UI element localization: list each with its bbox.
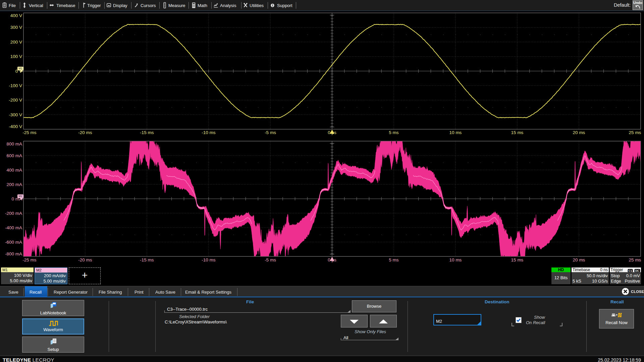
svg-text:M2: M2	[18, 195, 22, 198]
svg-text:300 V: 300 V	[10, 25, 22, 30]
svg-text:400 V: 400 V	[10, 13, 22, 18]
svg-text:-10 ms: -10 ms	[202, 130, 216, 135]
svg-text:-25 ms: -25 ms	[22, 130, 37, 135]
svg-text:-400 mA: -400 mA	[5, 225, 22, 230]
svg-text:200 mA: 200 mA	[6, 182, 22, 187]
svg-text:-15 ms: -15 ms	[140, 257, 154, 262]
svg-text:-20 ms: -20 ms	[78, 257, 92, 262]
svg-text:-10 ms: -10 ms	[202, 257, 216, 262]
svg-text:20 ms: 20 ms	[573, 257, 585, 262]
svg-text:800 mA: 800 mA	[6, 141, 22, 146]
svg-text:100 V: 100 V	[10, 54, 22, 59]
svg-text:-15 ms: -15 ms	[140, 130, 154, 135]
svg-text:20 ms: 20 ms	[573, 130, 585, 135]
svg-text:600 mA: 600 mA	[6, 153, 22, 158]
svg-text:-5 ms: -5 ms	[265, 257, 276, 262]
svg-text:-300 V: -300 V	[9, 112, 22, 117]
svg-text:200 V: 200 V	[10, 40, 22, 45]
svg-text:-800 mA: -800 mA	[5, 251, 22, 256]
svg-text:-25 ms: -25 ms	[22, 257, 37, 262]
svg-text:5 ms: 5 ms	[389, 257, 399, 262]
svg-text:-200 V: -200 V	[9, 98, 22, 103]
svg-text:25 ms: 25 ms	[629, 257, 641, 262]
svg-text:10 ms: 10 ms	[449, 130, 462, 135]
svg-text:-100 V: -100 V	[9, 83, 22, 88]
svg-text:-200 mA: -200 mA	[5, 211, 22, 216]
svg-text:10 ms: 10 ms	[449, 257, 462, 262]
svg-text:M1: M1	[18, 67, 22, 70]
svg-text:-400 V: -400 V	[9, 124, 22, 129]
svg-text:400 mA: 400 mA	[6, 168, 22, 173]
svg-text:-20 ms: -20 ms	[78, 130, 92, 135]
svg-text:5 ms: 5 ms	[389, 130, 399, 135]
svg-text:15 ms: 15 ms	[511, 257, 524, 262]
svg-text:15 ms: 15 ms	[511, 130, 524, 135]
svg-text:-600 mA: -600 mA	[5, 240, 22, 245]
svg-text:25 ms: 25 ms	[629, 130, 641, 135]
svg-text:-5 ms: -5 ms	[265, 130, 276, 135]
